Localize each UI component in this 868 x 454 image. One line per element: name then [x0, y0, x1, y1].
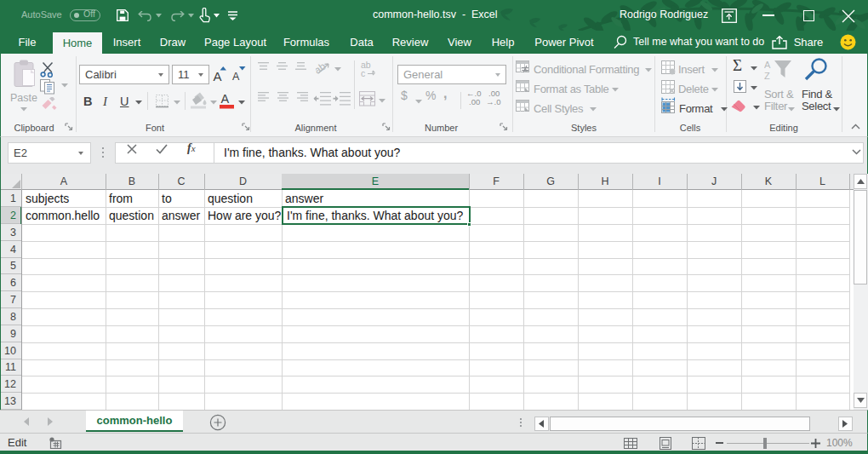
svg-text:A: A [214, 69, 222, 83]
svg-text:c: c [361, 68, 365, 78]
svg-text:A: A [232, 71, 240, 83]
svg-text:.00: .00 [469, 97, 480, 106]
svg-text:A: A [221, 92, 230, 106]
svg-text:Z: Z [764, 71, 770, 81]
svg-text:→.0: →.0 [486, 97, 500, 106]
svg-text:A: A [764, 60, 771, 70]
svg-text:ab: ab [316, 60, 328, 76]
